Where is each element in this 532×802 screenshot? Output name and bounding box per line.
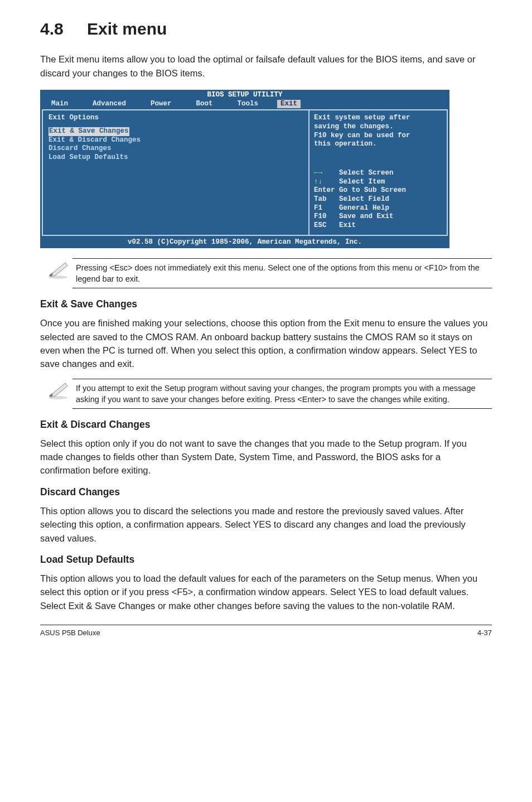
- section-title-exit-discard: Exit & Discard Changes: [40, 418, 492, 432]
- arrow-lr-icon: ←→: [314, 169, 322, 177]
- bios-title: BIOS SETUP UTILITY: [40, 90, 449, 100]
- bios-item-load-defaults: Load Setup Defaults: [49, 153, 303, 162]
- bios-right-pane: Exit system setup after saving the chang…: [309, 109, 448, 235]
- note-text: Pressing <Esc> does not immediately exit…: [72, 258, 492, 288]
- bios-key-label: Save and Exit: [339, 212, 394, 220]
- heading-number: 4.8: [40, 17, 87, 41]
- bios-help-line: this operation.: [314, 140, 443, 149]
- arrow-ud-icon: ↑↓: [314, 178, 322, 186]
- bios-help-line: saving the changes.: [314, 123, 443, 132]
- bios-key-sym: Enter: [314, 186, 335, 194]
- page-heading: 4.8 Exit menu: [40, 17, 492, 41]
- section-body: This option allows you to discard the se…: [40, 504, 492, 545]
- bios-left-pane: Exit Options Exit & Save Changes Exit & …: [42, 109, 309, 235]
- note-box: If you attempt to exit the Setup program…: [40, 379, 492, 409]
- bios-key-label: General Help: [339, 204, 389, 212]
- bios-key-label: Select Field: [339, 195, 389, 203]
- bios-tab-power: Power: [145, 100, 177, 109]
- bios-key-sym: ESC: [314, 221, 327, 229]
- pencil-icon: [40, 258, 76, 288]
- section-body: Select this option only if you do not wa…: [40, 437, 492, 477]
- section-body: Once you are finished making your select…: [40, 316, 492, 371]
- bios-key-label: Select Screen: [339, 169, 394, 177]
- bios-tab-tools: Tools: [232, 100, 264, 109]
- bios-item-exit-save: Exit & Save Changes: [49, 127, 129, 136]
- bios-screenshot: BIOS SETUP UTILITY Main Advanced Power B…: [40, 90, 449, 248]
- bios-key-sym: F1: [314, 204, 322, 212]
- bios-left-header: Exit Options: [49, 114, 303, 123]
- section-title-discard: Discard Changes: [40, 485, 492, 500]
- footer-left: ASUS P5B Deluxe: [40, 627, 100, 638]
- bios-tab-boot: Boot: [191, 100, 219, 109]
- heading-title: Exit menu: [87, 17, 167, 41]
- note-box: Pressing <Esc> does not immediately exit…: [40, 258, 492, 288]
- footer-right: 4-37: [477, 627, 492, 638]
- bios-key-label: Select Item: [339, 178, 385, 186]
- bios-tab-main: Main: [46, 100, 74, 109]
- bios-key-label: Exit: [339, 221, 356, 229]
- bios-key-label: Go to Sub Screen: [339, 186, 406, 194]
- bios-tab-exit: Exit: [277, 100, 301, 109]
- bios-key-sym: F10: [314, 212, 327, 220]
- bios-tab-row: Main Advanced Power Boot Tools Exit: [40, 100, 449, 110]
- page-footer: ASUS P5B Deluxe 4-37: [40, 625, 492, 638]
- note-text: If you attempt to exit the Setup program…: [72, 379, 492, 409]
- pencil-icon: [40, 379, 76, 409]
- section-body: This option allows you to load the defau…: [40, 572, 492, 612]
- bios-help-line: F10 key can be used for: [314, 132, 443, 141]
- section-title-load-defaults: Load Setup Defaults: [40, 553, 492, 567]
- intro-paragraph: The Exit menu items allow you to load th…: [40, 52, 492, 80]
- bios-key-sym: Tab: [314, 195, 327, 203]
- bios-footer: v02.58 (C)Copyright 1985-2006, American …: [40, 238, 449, 249]
- bios-tab-advanced: Advanced: [87, 100, 132, 109]
- bios-key-legend: ←→ Select Screen ↑↓ Select Item Enter Go…: [314, 169, 443, 230]
- bios-item-discard: Discard Changes: [49, 144, 303, 153]
- bios-help-line: Exit system setup after: [314, 114, 443, 123]
- bios-help-text: Exit system setup after saving the chang…: [314, 114, 443, 149]
- bios-item-exit-discard: Exit & Discard Changes: [49, 136, 303, 145]
- section-title-exit-save: Exit & Save Changes: [40, 297, 492, 312]
